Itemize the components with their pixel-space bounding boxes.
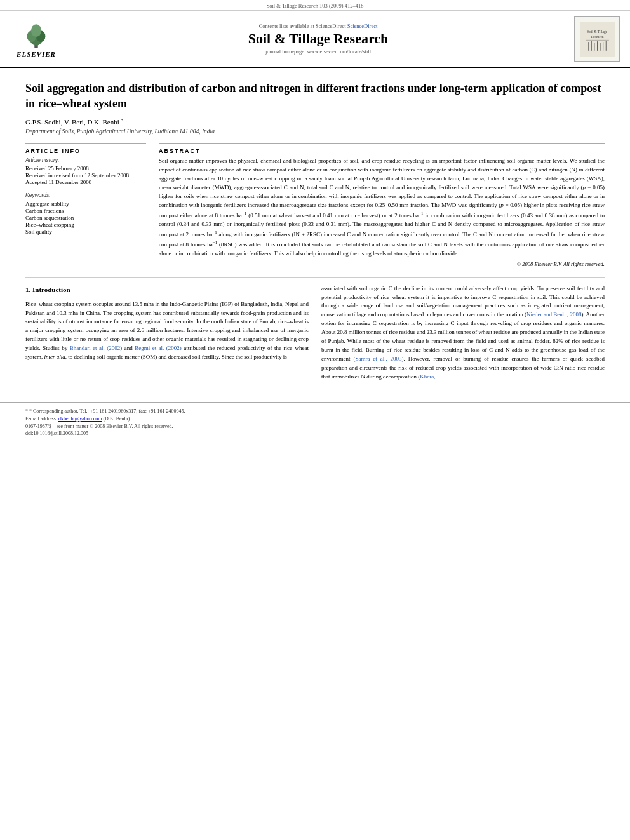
corresponding-author-text: * Corresponding author. Tel.: +91 161 24… (29, 408, 185, 414)
article-content: Soil aggregation and distribution of car… (0, 68, 630, 396)
elsevier-tree-icon (17, 20, 55, 49)
svg-text:Soil & Tillage: Soil & Tillage (587, 30, 607, 34)
article-authors: G.P.S. Sodhi, V. Beri, D.K. Benbi * (25, 118, 605, 126)
keywords-label: Keywords: (25, 192, 146, 198)
corresponding-author-note: * * Corresponding author. Tel.: +91 161 … (25, 408, 605, 415)
email-link[interactable]: dkbenbi@yahoo.com (58, 416, 102, 422)
copyright-notice: © 2008 Elsevier B.V. All rights reserved… (159, 261, 605, 267)
khera-ref-link[interactable]: Khera, (420, 373, 435, 380)
samra-ref-link[interactable]: Samra et al., 2003 (355, 356, 401, 362)
intro-paragraph-left: Rice–wheat cropping system occupies arou… (25, 300, 309, 363)
inline-text-tonnes: tones (399, 212, 412, 218)
keyword-3: Carbon sequestration (25, 215, 146, 221)
section-divider (25, 277, 605, 278)
journal-logo-box: Soil & Tillage Research (574, 16, 620, 62)
body-section: 1. Introduction Rice–wheat cropping syst… (25, 284, 605, 385)
article-info-column: ARTICLE INFO Article history: Received 2… (25, 143, 146, 267)
journal-citation-bar: Soil & Tillage Research 103 (2009) 412–4… (0, 0, 630, 11)
received-date-2: Received in revised form 12 September 20… (25, 172, 146, 178)
authors-text: G.P.S. Sodhi, V. Beri, D.K. Benbi * (25, 118, 123, 126)
elsevier-logo: ELSEVIER (8, 16, 65, 62)
abstract-text: Soil organic matter improves the physica… (159, 157, 605, 258)
journal-citation-text: Soil & Tillage Research 103 (2009) 412–4… (267, 3, 364, 9)
article-footer: * * Corresponding author. Tel.: +91 161 … (0, 402, 630, 441)
homepage-label: journal homepage: www.elsevier.com/locat… (265, 48, 371, 55)
issn-text: 0167-1987/$ – see front matter © 2008 El… (25, 423, 173, 429)
journal-homepage: journal homepage: www.elsevier.com/locat… (265, 48, 371, 55)
keyword-1: Aggregate stability (25, 201, 146, 207)
doi-text: doi:10.1016/j.still.2008.12.005 (25, 430, 88, 436)
article-history-label: Article history: (25, 157, 146, 163)
regmi-ref-link[interactable]: Regmi et al. (2002) (135, 345, 182, 351)
email-name-text: (D.K. Benbi). (103, 416, 131, 422)
body-left-column: 1. Introduction Rice–wheat cropping syst… (25, 284, 309, 385)
abstract-heading: ABSTRACT (159, 148, 605, 154)
journal-logo-right: Soil & Tillage Research (572, 16, 622, 62)
article-title: Soil aggregation and distribution of car… (25, 81, 605, 112)
keyword-4: Rice–wheat cropping (25, 222, 146, 228)
journal-logo-svg: Soil & Tillage Research (580, 22, 615, 57)
nieder-benbi-ref-link[interactable]: Nieder and Benbi, 2008 (526, 311, 581, 317)
bhandari-ref-link[interactable]: Bhandari et al. (2002) (70, 345, 123, 351)
svg-text:Research: Research (591, 34, 603, 38)
article-affiliation: Department of Soils, Punjab Agricultural… (25, 128, 605, 135)
email-label: E-mail address: (25, 416, 57, 422)
introduction-heading: 1. Introduction (25, 284, 309, 295)
svg-rect-5 (580, 22, 615, 57)
article-info-heading: ARTICLE INFO (25, 148, 146, 154)
keyword-5: Soil quality (25, 229, 146, 235)
journal-center: Contents lists available at ScienceDirec… (71, 16, 565, 62)
intro-paragraph-right: associated with soil organic C the decli… (321, 284, 605, 382)
contents-available-text: Contents lists available at ScienceDirec… (259, 23, 346, 29)
journal-header: ELSEVIER Contents lists available at Sci… (0, 11, 630, 68)
elsevier-brand-text: ELSEVIER (17, 50, 56, 58)
abstract-column: ABSTRACT Soil organic matter improves th… (159, 143, 605, 267)
email-note: E-mail address: dkbenbi@yahoo.com (D.K. … (25, 415, 605, 423)
journal-title: Soil & Tillage Research (248, 30, 389, 47)
doi-note: doi:10.1016/j.still.2008.12.005 (25, 430, 605, 436)
keyword-2: Carbon fractions (25, 208, 146, 214)
issn-note: 0167-1987/$ – see front matter © 2008 El… (25, 423, 605, 430)
sciencedirect-url[interactable]: ScienceDirect (347, 23, 378, 29)
accepted-date: Accepted 11 December 2008 (25, 179, 146, 185)
body-right-column: associated with soil organic C the decli… (321, 284, 605, 385)
svg-point-4 (31, 24, 41, 37)
sciencedirect-link: Contents lists available at ScienceDirec… (259, 23, 378, 29)
inline-text-combination: in combination (425, 212, 460, 218)
received-date-1: Received 25 February 2008 (25, 165, 146, 171)
article-info-abstract-section: ARTICLE INFO Article history: Received 2… (25, 143, 605, 267)
